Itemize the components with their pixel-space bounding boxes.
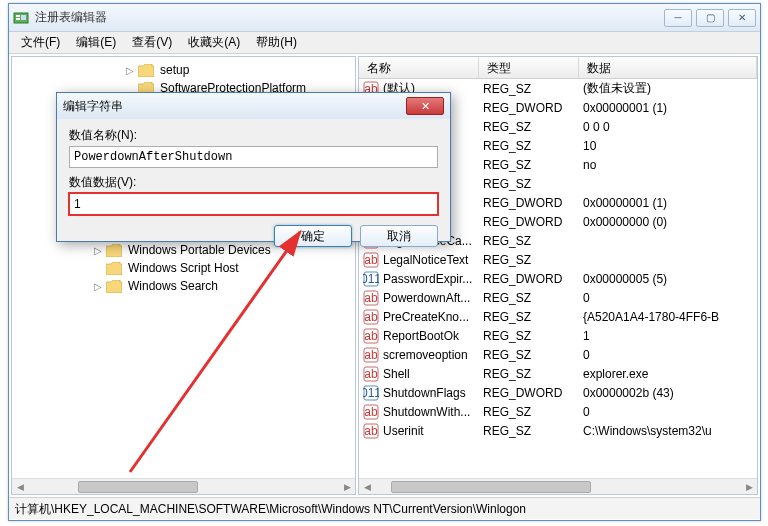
menubar: 文件(F) 编辑(E) 查看(V) 收藏夹(A) 帮助(H)	[9, 32, 760, 54]
tree-hscroll[interactable]: ◀ ▶	[12, 478, 355, 494]
dialog-titlebar[interactable]: 编辑字符串 ✕	[57, 93, 450, 119]
dialog-title: 编辑字符串	[63, 98, 406, 115]
value-type: REG_SZ	[483, 291, 583, 305]
value-data: 0x00000001 (1)	[583, 101, 757, 115]
value-name: PreCreateKno...	[383, 310, 483, 324]
dialog-close-button[interactable]: ✕	[406, 97, 444, 115]
list-row[interactable]: 011PasswordExpir...REG_DWORD0x00000005 (…	[359, 269, 757, 288]
scroll-left-icon[interactable]: ◀	[359, 482, 375, 492]
col-name[interactable]: 名称	[359, 57, 479, 78]
list-row[interactable]: abShutdownWith...REG_SZ0	[359, 402, 757, 421]
minimize-button[interactable]: ─	[664, 9, 692, 27]
value-data-input[interactable]	[69, 193, 438, 215]
expander-icon[interactable]: ▷	[92, 281, 104, 292]
list-row[interactable]: abReportBootOkREG_SZ1	[359, 326, 757, 345]
svg-rect-3	[21, 15, 26, 20]
list-row[interactable]: 011ShutdownFlagsREG_DWORD0x0000002b (43)	[359, 383, 757, 402]
value-name: Userinit	[383, 424, 483, 438]
value-type: REG_SZ	[483, 329, 583, 343]
value-type: REG_DWORD	[483, 272, 583, 286]
value-data: 0x00000005 (5)	[583, 272, 757, 286]
menu-help[interactable]: 帮助(H)	[248, 32, 305, 53]
menu-file[interactable]: 文件(F)	[13, 32, 68, 53]
statusbar: 计算机\HKEY_LOCAL_MACHINE\SOFTWARE\Microsof…	[9, 497, 760, 519]
value-name: LegalNoticeText	[383, 253, 483, 267]
tree-item[interactable]: ▷Windows Search	[12, 277, 355, 295]
value-name: PasswordExpir...	[383, 272, 483, 286]
menu-view[interactable]: 查看(V)	[124, 32, 180, 53]
svg-text:ab: ab	[364, 348, 378, 362]
scroll-right-icon[interactable]: ▶	[339, 482, 355, 492]
value-name: PowerdownAft...	[383, 291, 483, 305]
tree-item[interactable]: ▷setup	[12, 61, 355, 79]
svg-text:ab: ab	[364, 405, 378, 419]
window-title: 注册表编辑器	[35, 9, 664, 26]
value-data: 0x0000002b (43)	[583, 386, 757, 400]
svg-rect-1	[16, 15, 20, 17]
tree-item-label: Windows Search	[125, 279, 221, 293]
value-type: REG_SZ	[483, 139, 583, 153]
value-name: scremoveoption	[383, 348, 483, 362]
value-type: REG_SZ	[483, 82, 583, 96]
value-data: 1	[583, 329, 757, 343]
value-name: Shell	[383, 367, 483, 381]
value-data: C:\Windows\system32\u	[583, 424, 757, 438]
value-name-input[interactable]	[69, 146, 438, 168]
list-row[interactable]: abShellREG_SZexplorer.exe	[359, 364, 757, 383]
list-row[interactable]: abscremoveoptionREG_SZ0	[359, 345, 757, 364]
close-button[interactable]: ✕	[728, 9, 756, 27]
string-value-icon: ab	[363, 423, 379, 439]
value-type: REG_DWORD	[483, 101, 583, 115]
expander-icon[interactable]: ▷	[124, 65, 136, 76]
scroll-thumb[interactable]	[391, 481, 591, 493]
menu-favorites[interactable]: 收藏夹(A)	[180, 32, 248, 53]
value-data: 10	[583, 139, 757, 153]
value-type: REG_SZ	[483, 405, 583, 419]
string-value-icon: ab	[363, 347, 379, 363]
scroll-thumb[interactable]	[78, 481, 198, 493]
value-name: ReportBootOk	[383, 329, 483, 343]
value-name: ShutdownWith...	[383, 405, 483, 419]
svg-text:ab: ab	[364, 310, 378, 324]
titlebar[interactable]: 注册表编辑器 ─ ▢ ✕	[9, 4, 760, 32]
value-type: REG_DWORD	[483, 196, 583, 210]
value-type: REG_SZ	[483, 310, 583, 324]
tree-item-label: Windows Script Host	[125, 261, 242, 275]
value-data: no	[583, 158, 757, 172]
string-value-icon: ab	[363, 404, 379, 420]
list-header: 名称 类型 数据	[359, 57, 757, 79]
value-data: explorer.exe	[583, 367, 757, 381]
col-data[interactable]: 数据	[579, 57, 757, 78]
folder-icon	[138, 64, 154, 77]
value-type: REG_DWORD	[483, 215, 583, 229]
string-value-icon: ab	[363, 328, 379, 344]
value-data-label: 数值数据(V):	[69, 174, 438, 191]
scroll-right-icon[interactable]: ▶	[741, 482, 757, 492]
value-data: 0x00000000 (0)	[583, 215, 757, 229]
svg-text:ab: ab	[364, 424, 378, 438]
value-data: 0	[583, 348, 757, 362]
value-type: REG_SZ	[483, 348, 583, 362]
value-type: REG_SZ	[483, 158, 583, 172]
value-type: REG_SZ	[483, 120, 583, 134]
tree-item-label: setup	[157, 63, 192, 77]
tree-item[interactable]: Windows Script Host	[12, 259, 355, 277]
value-name-label: 数值名称(N):	[69, 127, 438, 144]
string-value-icon: ab	[363, 252, 379, 268]
edit-string-dialog: 编辑字符串 ✕ 数值名称(N): 数值数据(V): 确定 取消	[56, 92, 451, 242]
list-row[interactable]: abPowerdownAft...REG_SZ0	[359, 288, 757, 307]
svg-text:011: 011	[363, 272, 379, 286]
menu-edit[interactable]: 编辑(E)	[68, 32, 124, 53]
svg-text:ab: ab	[364, 367, 378, 381]
list-row[interactable]: abPreCreateKno...REG_SZ{A520A1A4-1780-4F…	[359, 307, 757, 326]
list-hscroll[interactable]: ◀ ▶	[359, 478, 757, 494]
ok-button[interactable]: 确定	[274, 225, 352, 247]
svg-text:ab: ab	[364, 291, 378, 305]
col-type[interactable]: 类型	[479, 57, 579, 78]
string-value-icon: ab	[363, 366, 379, 382]
scroll-left-icon[interactable]: ◀	[12, 482, 28, 492]
maximize-button[interactable]: ▢	[696, 9, 724, 27]
cancel-button[interactable]: 取消	[360, 225, 438, 247]
value-type: REG_SZ	[483, 177, 583, 191]
list-row[interactable]: abUserinitREG_SZC:\Windows\system32\u	[359, 421, 757, 440]
